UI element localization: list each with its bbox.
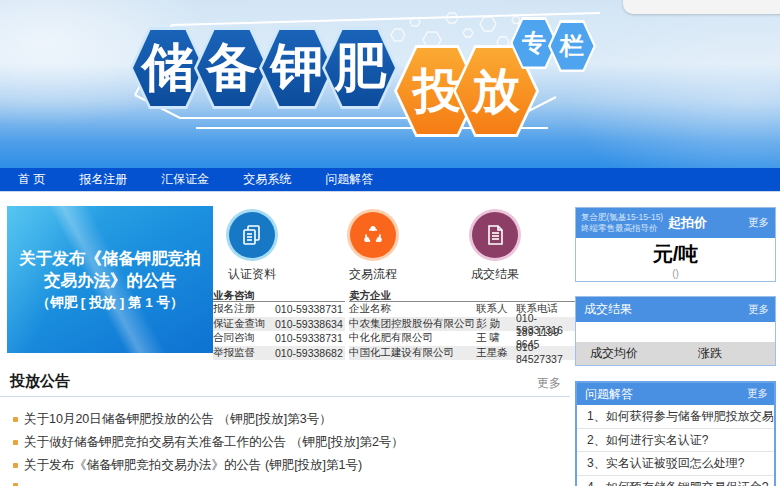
banner-char: 专: [522, 27, 546, 59]
column-header: 联系人: [476, 302, 516, 316]
avg-price-label: 成交均价: [590, 345, 638, 362]
banner-char: 钾: [271, 33, 323, 103]
banner-char: 放: [472, 59, 520, 123]
divider: [0, 396, 570, 397]
price-unit: 元/吨: [576, 241, 775, 268]
page: 储 备 钾 肥 投 放 专 栏 首 页 报名注册 汇保证金 交易系统 问题解答 …: [0, 0, 780, 486]
contact-label: 合同咨询: [213, 331, 275, 345]
notice-line2: 交易办法》的公告: [7, 269, 213, 291]
quick-link-label: 认证资料: [212, 266, 292, 283]
change-label: 涨跌: [698, 345, 722, 362]
banner: 储 备 钾 肥 投 放 专 栏: [0, 0, 780, 168]
table-row: 中国化工建设有限公司 王星淼 010-84527337: [349, 346, 576, 361]
table-row: 报名注册010-59338731: [213, 302, 345, 317]
bullet-icon: [13, 463, 18, 468]
table-header: 卖方企业: [349, 289, 576, 302]
bullet-icon: [13, 440, 18, 445]
company-name: 中农集团控股股份有限公司: [349, 317, 476, 331]
announcements-more-link[interactable]: 更多: [537, 375, 561, 392]
more-link[interactable]: 更多: [748, 216, 775, 230]
panel-title: 起拍价: [668, 214, 707, 232]
table-row: 举报监督010-59338682: [213, 346, 345, 361]
business-contact-table: 业务咨询 报名注册010-59338731 保证金查询010-59338634 …: [213, 289, 345, 360]
notice-banner-image[interactable]: 关于发布《储备钾肥竞拍 交易办法》的公告 （钾肥 [ 投放 ] 第 1 号）: [7, 206, 213, 353]
panel-header: 问题解答 更多: [577, 383, 774, 405]
table-header: 业务咨询: [213, 289, 345, 302]
announcements-title: 投放公告: [10, 372, 70, 391]
quick-link-label: 交易流程: [333, 266, 413, 283]
product-name: 复合肥(氯基15-15-15): [581, 212, 668, 223]
banner-char: 备: [206, 33, 258, 103]
company-name: 中国化工建设有限公司: [349, 346, 476, 360]
nav-item-register[interactable]: 报名注册: [79, 171, 127, 188]
qa-link[interactable]: 1、如何获得参与储备钾肥投放交易的权限?: [577, 405, 774, 429]
banner-char: 储: [142, 33, 194, 103]
announcement-link[interactable]: 关于10月20日储备钾肥投放的公告 （钾肥[投放]第3号）: [24, 411, 554, 428]
nav-item-trading-system[interactable]: 交易系统: [243, 171, 291, 188]
result-labels-row: 成交均价 涨跌: [576, 342, 775, 365]
contact-phone: 010-59338731: [275, 332, 343, 344]
panel-title: 成交结果: [584, 301, 632, 318]
contact-phone: 010-59338731: [275, 303, 343, 315]
table-row: 合同咨询010-59338731: [213, 331, 345, 346]
product-subtitle: 复合肥(氯基15-15-15) 终端零售最高指导价: [576, 212, 668, 234]
panel-header: 成交结果 更多: [576, 297, 775, 322]
panel-header: 复合肥(氯基15-15-15) 终端零售最高指导价 起拍价 更多: [576, 208, 775, 238]
contact-phone: 010-84527337: [516, 341, 576, 365]
contact-phone: 010-59338634: [275, 318, 343, 330]
starting-price-panel: 复合肥(氯基15-15-15) 终端零售最高指导价 起拍价 更多 元/吨 (): [575, 207, 776, 282]
contact-label: 保证金查询: [213, 317, 275, 331]
nav-item-qa[interactable]: 问题解答: [325, 171, 373, 188]
contact-label: 报名注册: [213, 302, 275, 316]
announcement-link[interactable]: 关于发布《储备钾肥竞拍交易办法》的公告 (钾肥[投放]第1号): [24, 457, 554, 474]
nav-item-home[interactable]: 首 页: [18, 171, 45, 188]
contact-person: 王 啸: [476, 331, 516, 345]
price-note: (): [576, 268, 775, 279]
company-name: 中化化肥有限公司: [349, 331, 476, 345]
qa-link[interactable]: 3、实名认证被驳回怎么处理?: [577, 452, 774, 476]
more-link[interactable]: 更多: [747, 387, 774, 401]
notice-line3: （钾肥 [ 投放 ] 第 1 号）: [7, 294, 213, 312]
price-guide-label: 终端零售最高指导价: [581, 223, 668, 234]
share-network-icon: [350, 212, 396, 258]
announcement-link[interactable]: 关于做好储备钾肥竞拍交易有关准备工作的公告 （钾肥[投放]第2号）: [24, 434, 554, 451]
qa-link[interactable]: 4、如何预存储备钾肥交易保证金?: [577, 476, 774, 486]
column-header: 企业名称: [349, 302, 476, 316]
contact-phone: 010-59338682: [275, 347, 343, 359]
bullet-icon: [13, 417, 18, 422]
deal-result-panel: 成交结果 更多 成交均价 涨跌: [575, 296, 776, 366]
banner-char: 肥: [334, 33, 386, 103]
qa-panel: 问题解答 更多 1、如何获得参与储备钾肥投放交易的权限? 2、如何进行实名认证?…: [575, 381, 776, 486]
table-row: 保证金查询010-59338634: [213, 317, 345, 332]
quick-link-results[interactable]: 成交结果: [455, 212, 535, 283]
result-document-icon: [472, 212, 518, 258]
more-link[interactable]: 更多: [748, 303, 775, 317]
nav-item-deposit[interactable]: 汇保证金: [161, 171, 209, 188]
main-nav: 首 页 报名注册 汇保证金 交易系统 问题解答: [0, 168, 780, 192]
banner-char: 栏: [560, 30, 584, 62]
contact-person: 彭 勋: [476, 317, 516, 331]
quick-link-certification[interactable]: 认证资料: [212, 212, 292, 283]
qa-link[interactable]: 2、如何进行实名认证?: [577, 429, 774, 453]
notice-line1: 关于发布《储备钾肥竞拍: [7, 247, 213, 269]
contact-person: 王星淼: [476, 346, 516, 360]
browser-overlay: [623, 0, 780, 14]
quick-link-process[interactable]: 交易流程: [333, 212, 413, 283]
seller-contact-table: 卖方企业 企业名称 联系人 联系电话 中农集团控股股份有限公司 彭 勋 010-…: [349, 289, 576, 360]
result-empty-row: [576, 322, 775, 342]
contact-label: 举报监督: [213, 346, 275, 360]
panel-title: 问题解答: [585, 386, 633, 403]
documents-icon: [229, 212, 275, 258]
quick-link-label: 成交结果: [455, 266, 535, 283]
